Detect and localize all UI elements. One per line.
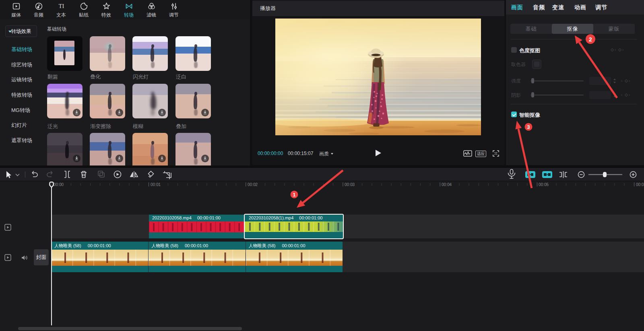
svg-text:00:03: 00:03 <box>345 182 355 187</box>
svg-text:00:00: 00:00 <box>54 182 64 187</box>
svg-text:00:04: 00:04 <box>442 182 452 187</box>
svg-text:00:01: 00:01 <box>151 182 161 187</box>
svg-text:00:02: 00:02 <box>248 182 258 187</box>
svg-text:00:05: 00:05 <box>539 182 549 187</box>
svg-text:00:0: 00:0 <box>636 182 644 187</box>
svg-text:TI: TI <box>58 2 64 9</box>
